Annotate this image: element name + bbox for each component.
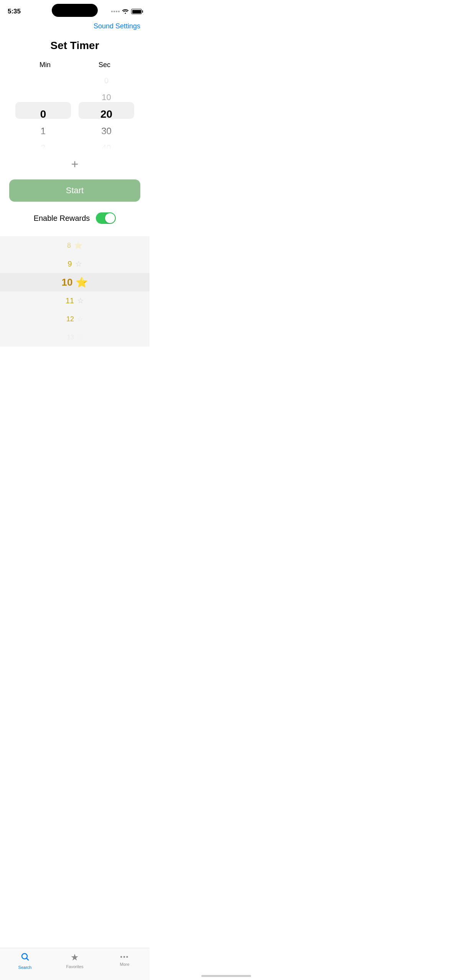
star-item-13[interactable]: 13 ☆ (0, 328, 150, 347)
min-label: Min (15, 61, 75, 69)
enable-rewards-row: Enable Rewards (0, 212, 150, 224)
plus-icon: + (71, 158, 79, 170)
minutes-selected[interactable]: 0 (40, 106, 46, 123)
minutes-picker[interactable]: 0 1 2 3 (15, 72, 71, 149)
star-item-12[interactable]: 12 ☆ (0, 310, 150, 328)
page-title: Set Timer (0, 33, 150, 61)
header: Sound Settings (0, 21, 150, 33)
enable-rewards-label: Enable Rewards (34, 214, 90, 223)
star-icon: ⭐ (76, 276, 88, 288)
toggle-knob (105, 213, 115, 223)
start-button[interactable]: Start (9, 179, 140, 202)
seconds-list: 0 10 20 30 40 50 (100, 72, 112, 149)
star-item-11[interactable]: 11 ☆ (0, 291, 150, 310)
star-item-8[interactable]: 8 ⭐ (0, 236, 150, 255)
seconds-30[interactable]: 30 (100, 123, 112, 140)
star-count: 12 (66, 315, 74, 323)
seconds-selected[interactable]: 20 (100, 106, 112, 123)
star-count: 9 (67, 260, 72, 268)
signal-icon (111, 11, 120, 12)
notch (52, 4, 98, 17)
seconds-40[interactable]: 40 (100, 140, 112, 149)
seconds-10[interactable]: 10 (100, 89, 112, 106)
sec-label: Sec (75, 61, 134, 69)
star-icon: ⭐ (74, 241, 82, 250)
stars-picker[interactable]: 8 ⭐ 9 ☆ 10 ⭐ 11 ☆ 12 ☆ 13 ☆ (0, 236, 150, 347)
star-count: 13 (67, 334, 74, 341)
status-bar: 5:35 (0, 0, 150, 21)
battery-icon (131, 9, 142, 14)
star-item-9[interactable]: 9 ☆ (0, 255, 150, 273)
star-count: 8 (67, 242, 71, 250)
picker-labels: Min Sec (0, 61, 150, 69)
star-icon: ☆ (77, 315, 83, 323)
seconds-0[interactable]: 0 (100, 72, 112, 89)
star-count: 10 (62, 276, 73, 288)
minutes-1[interactable]: 1 (40, 123, 46, 140)
add-timer-button[interactable]: + (0, 158, 150, 170)
enable-rewards-toggle[interactable] (96, 212, 116, 224)
minutes-list: 0 1 2 3 (40, 72, 46, 149)
sound-settings-button[interactable]: Sound Settings (94, 22, 140, 30)
status-time: 5:35 (8, 8, 21, 15)
wifi-icon (122, 8, 129, 15)
star-icon: ☆ (77, 334, 82, 341)
star-item-10[interactable]: 10 ⭐ (0, 273, 150, 291)
star-icon: ☆ (75, 259, 82, 268)
minutes-2[interactable]: 2 (40, 140, 46, 149)
star-icon: ☆ (77, 296, 84, 305)
stars-list: 8 ⭐ 9 ☆ 10 ⭐ 11 ☆ 12 ☆ 13 ☆ (0, 236, 150, 347)
timer-picker[interactable]: 0 1 2 3 0 10 20 30 40 50 (0, 72, 150, 149)
status-icons (111, 8, 142, 15)
seconds-picker[interactable]: 0 10 20 30 40 50 (79, 72, 134, 149)
star-count: 11 (66, 296, 74, 305)
